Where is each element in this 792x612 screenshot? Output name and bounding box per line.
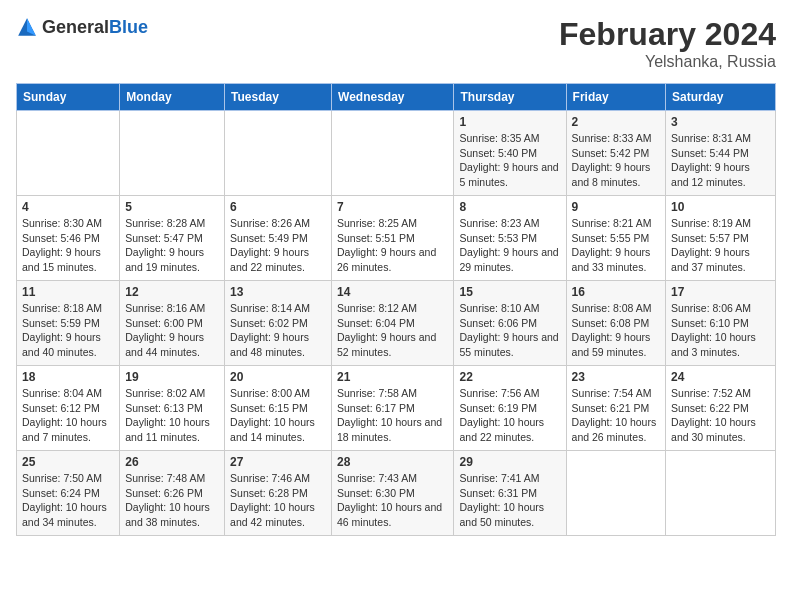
day-info: Sunrise: 7:58 AM Sunset: 6:17 PM Dayligh… <box>337 386 448 445</box>
calendar-cell: 7Sunrise: 8:25 AM Sunset: 5:51 PM Daylig… <box>332 196 454 281</box>
logo-text-blue: Blue <box>109 17 148 37</box>
calendar-body: 1Sunrise: 8:35 AM Sunset: 5:40 PM Daylig… <box>17 111 776 536</box>
day-info: Sunrise: 8:35 AM Sunset: 5:40 PM Dayligh… <box>459 131 560 190</box>
header-row: SundayMondayTuesdayWednesdayThursdayFrid… <box>17 84 776 111</box>
day-info: Sunrise: 8:28 AM Sunset: 5:47 PM Dayligh… <box>125 216 219 275</box>
calendar-cell: 21Sunrise: 7:58 AM Sunset: 6:17 PM Dayli… <box>332 366 454 451</box>
week-row: 4Sunrise: 8:30 AM Sunset: 5:46 PM Daylig… <box>17 196 776 281</box>
calendar-cell: 29Sunrise: 7:41 AM Sunset: 6:31 PM Dayli… <box>454 451 566 536</box>
day-info: Sunrise: 7:52 AM Sunset: 6:22 PM Dayligh… <box>671 386 770 445</box>
calendar-cell <box>17 111 120 196</box>
day-number: 25 <box>22 455 114 469</box>
calendar-cell: 9Sunrise: 8:21 AM Sunset: 5:55 PM Daylig… <box>566 196 665 281</box>
day-info: Sunrise: 7:43 AM Sunset: 6:30 PM Dayligh… <box>337 471 448 530</box>
day-number: 22 <box>459 370 560 384</box>
calendar-cell: 17Sunrise: 8:06 AM Sunset: 6:10 PM Dayli… <box>666 281 776 366</box>
day-info: Sunrise: 8:25 AM Sunset: 5:51 PM Dayligh… <box>337 216 448 275</box>
header-cell-thursday: Thursday <box>454 84 566 111</box>
calendar-cell: 19Sunrise: 8:02 AM Sunset: 6:13 PM Dayli… <box>120 366 225 451</box>
day-number: 20 <box>230 370 326 384</box>
day-info: Sunrise: 8:33 AM Sunset: 5:42 PM Dayligh… <box>572 131 660 190</box>
day-number: 4 <box>22 200 114 214</box>
calendar-cell: 16Sunrise: 8:08 AM Sunset: 6:08 PM Dayli… <box>566 281 665 366</box>
day-number: 21 <box>337 370 448 384</box>
calendar-title: February 2024 <box>559 16 776 53</box>
calendar-cell: 24Sunrise: 7:52 AM Sunset: 6:22 PM Dayli… <box>666 366 776 451</box>
day-info: Sunrise: 8:02 AM Sunset: 6:13 PM Dayligh… <box>125 386 219 445</box>
day-number: 27 <box>230 455 326 469</box>
calendar-table: SundayMondayTuesdayWednesdayThursdayFrid… <box>16 83 776 536</box>
calendar-cell: 20Sunrise: 8:00 AM Sunset: 6:15 PM Dayli… <box>225 366 332 451</box>
week-row: 25Sunrise: 7:50 AM Sunset: 6:24 PM Dayli… <box>17 451 776 536</box>
day-number: 24 <box>671 370 770 384</box>
day-info: Sunrise: 7:48 AM Sunset: 6:26 PM Dayligh… <box>125 471 219 530</box>
day-info: Sunrise: 8:18 AM Sunset: 5:59 PM Dayligh… <box>22 301 114 360</box>
calendar-cell: 25Sunrise: 7:50 AM Sunset: 6:24 PM Dayli… <box>17 451 120 536</box>
day-number: 26 <box>125 455 219 469</box>
day-info: Sunrise: 8:21 AM Sunset: 5:55 PM Dayligh… <box>572 216 660 275</box>
day-info: Sunrise: 7:54 AM Sunset: 6:21 PM Dayligh… <box>572 386 660 445</box>
header-cell-monday: Monday <box>120 84 225 111</box>
calendar-cell: 5Sunrise: 8:28 AM Sunset: 5:47 PM Daylig… <box>120 196 225 281</box>
calendar-cell: 26Sunrise: 7:48 AM Sunset: 6:26 PM Dayli… <box>120 451 225 536</box>
header: GeneralBlue February 2024 Yelshanka, Rus… <box>16 16 776 71</box>
header-cell-wednesday: Wednesday <box>332 84 454 111</box>
day-number: 2 <box>572 115 660 129</box>
calendar-cell: 2Sunrise: 8:33 AM Sunset: 5:42 PM Daylig… <box>566 111 665 196</box>
day-info: Sunrise: 7:46 AM Sunset: 6:28 PM Dayligh… <box>230 471 326 530</box>
day-number: 6 <box>230 200 326 214</box>
day-info: Sunrise: 7:50 AM Sunset: 6:24 PM Dayligh… <box>22 471 114 530</box>
logo-icon <box>16 16 38 38</box>
day-number: 16 <box>572 285 660 299</box>
day-info: Sunrise: 8:04 AM Sunset: 6:12 PM Dayligh… <box>22 386 114 445</box>
logo: GeneralBlue <box>16 16 148 38</box>
calendar-cell: 18Sunrise: 8:04 AM Sunset: 6:12 PM Dayli… <box>17 366 120 451</box>
calendar-cell: 1Sunrise: 8:35 AM Sunset: 5:40 PM Daylig… <box>454 111 566 196</box>
calendar-cell: 14Sunrise: 8:12 AM Sunset: 6:04 PM Dayli… <box>332 281 454 366</box>
day-info: Sunrise: 8:23 AM Sunset: 5:53 PM Dayligh… <box>459 216 560 275</box>
calendar-cell <box>566 451 665 536</box>
calendar-cell: 11Sunrise: 8:18 AM Sunset: 5:59 PM Dayli… <box>17 281 120 366</box>
header-cell-sunday: Sunday <box>17 84 120 111</box>
day-info: Sunrise: 8:08 AM Sunset: 6:08 PM Dayligh… <box>572 301 660 360</box>
calendar-cell: 23Sunrise: 7:54 AM Sunset: 6:21 PM Dayli… <box>566 366 665 451</box>
day-number: 15 <box>459 285 560 299</box>
calendar-cell: 4Sunrise: 8:30 AM Sunset: 5:46 PM Daylig… <box>17 196 120 281</box>
header-cell-tuesday: Tuesday <box>225 84 332 111</box>
calendar-cell: 10Sunrise: 8:19 AM Sunset: 5:57 PM Dayli… <box>666 196 776 281</box>
calendar-cell: 27Sunrise: 7:46 AM Sunset: 6:28 PM Dayli… <box>225 451 332 536</box>
day-info: Sunrise: 8:06 AM Sunset: 6:10 PM Dayligh… <box>671 301 770 360</box>
day-number: 10 <box>671 200 770 214</box>
day-number: 7 <box>337 200 448 214</box>
day-info: Sunrise: 8:16 AM Sunset: 6:00 PM Dayligh… <box>125 301 219 360</box>
calendar-subtitle: Yelshanka, Russia <box>559 53 776 71</box>
day-number: 11 <box>22 285 114 299</box>
day-number: 19 <box>125 370 219 384</box>
day-number: 28 <box>337 455 448 469</box>
calendar-cell <box>332 111 454 196</box>
day-info: Sunrise: 8:14 AM Sunset: 6:02 PM Dayligh… <box>230 301 326 360</box>
calendar-cell: 15Sunrise: 8:10 AM Sunset: 6:06 PM Dayli… <box>454 281 566 366</box>
week-row: 11Sunrise: 8:18 AM Sunset: 5:59 PM Dayli… <box>17 281 776 366</box>
calendar-cell <box>666 451 776 536</box>
day-info: Sunrise: 8:12 AM Sunset: 6:04 PM Dayligh… <box>337 301 448 360</box>
title-area: February 2024 Yelshanka, Russia <box>559 16 776 71</box>
week-row: 1Sunrise: 8:35 AM Sunset: 5:40 PM Daylig… <box>17 111 776 196</box>
day-number: 29 <box>459 455 560 469</box>
calendar-cell <box>225 111 332 196</box>
day-info: Sunrise: 8:10 AM Sunset: 6:06 PM Dayligh… <box>459 301 560 360</box>
calendar-cell: 6Sunrise: 8:26 AM Sunset: 5:49 PM Daylig… <box>225 196 332 281</box>
day-number: 17 <box>671 285 770 299</box>
day-number: 8 <box>459 200 560 214</box>
day-number: 1 <box>459 115 560 129</box>
calendar-cell: 8Sunrise: 8:23 AM Sunset: 5:53 PM Daylig… <box>454 196 566 281</box>
day-info: Sunrise: 8:31 AM Sunset: 5:44 PM Dayligh… <box>671 131 770 190</box>
calendar-cell: 12Sunrise: 8:16 AM Sunset: 6:00 PM Dayli… <box>120 281 225 366</box>
day-number: 23 <box>572 370 660 384</box>
calendar-cell: 22Sunrise: 7:56 AM Sunset: 6:19 PM Dayli… <box>454 366 566 451</box>
day-number: 13 <box>230 285 326 299</box>
logo-text-general: General <box>42 17 109 37</box>
header-cell-friday: Friday <box>566 84 665 111</box>
day-info: Sunrise: 7:56 AM Sunset: 6:19 PM Dayligh… <box>459 386 560 445</box>
day-info: Sunrise: 7:41 AM Sunset: 6:31 PM Dayligh… <box>459 471 560 530</box>
